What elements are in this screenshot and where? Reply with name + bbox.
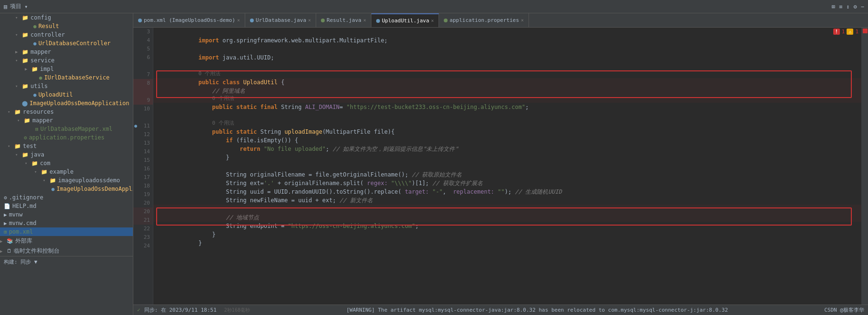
sidebar-item-label: UploadUtil [39, 91, 73, 98]
code-line-13: return "No file uploaded"; // 如果文件为空，则返回… [153, 136, 861, 145]
code-line-5: import java.util.UUID; [153, 45, 861, 53]
line-numbers: 3 4 5 6 7 8 9 10 ●11 12 13 14 15 16 [133, 28, 153, 305]
sidebar-item-imageuploadossdemo-test[interactable]: ▾ 📁 imageuploadossdemo [0, 176, 133, 185]
folder-icon: 📁 [24, 118, 30, 124]
sidebar-item-mvnwcmd[interactable]: ▶ mvnw.cmd [0, 219, 133, 227]
sidebar-item-pomxml[interactable]: ⊞ pom.xml [0, 227, 133, 236]
sidebar-item-label: utils [30, 83, 48, 89]
java-file-dot [250, 19, 254, 22]
tab-pom[interactable]: pom.xml (ImageUploadOss-demo) × [133, 13, 245, 27]
code-line-12: if (file.isEmpty()) { [153, 128, 861, 136]
tab-uploadutil[interactable]: UploadUtil.java × [371, 13, 439, 27]
chevron-down-icon: ▾ [34, 169, 41, 174]
line-num-15-blank: 15 [133, 156, 153, 165]
settings-icon[interactable]: ⚙ [854, 3, 857, 10]
code-line-24 [153, 239, 861, 247]
code-line-4 [153, 36, 861, 45]
tab-close-button[interactable]: × [363, 18, 366, 23]
top-bar: ▤ 项目 ▾ ⊞ ≡ ↕ ⚙ − [0, 0, 868, 13]
sidebar-item-urldatabasemapper-xml[interactable]: ⊞ UrlDatabaseMapper.xml [0, 125, 133, 133]
sidebar-item-mapper[interactable]: ▶ 📁 mapper [0, 48, 133, 56]
chevron-down-icon: ▾ [17, 118, 24, 123]
line-num-12: 12 [133, 130, 153, 139]
sidebar-item-resources[interactable]: ▾ 📁 resources [0, 108, 133, 116]
sidebar-item-iurldatabaseservice[interactable]: ● IUrlDatabaseService [0, 73, 133, 82]
sidebar-item-config[interactable]: ▾ 📁 config [0, 13, 133, 22]
sidebar-item-app-props[interactable]: ⚙ application.properties [0, 133, 133, 142]
sidebar-item-mapper-res[interactable]: ▾ 📁 mapper [0, 116, 133, 125]
chevron-down-icon: ▾ [25, 161, 31, 166]
file-icon: ⚙ [4, 195, 7, 201]
editor-content[interactable]: import org.springframework.web.multipart… [153, 28, 861, 305]
sidebar-item-urldatabasecontroller[interactable]: ● UrlDatabaseController [0, 39, 133, 48]
sidebar-item-uploadutil[interactable]: ● UploadUtil [0, 90, 133, 99]
folder-icon: 📁 [22, 15, 29, 21]
sidebar-item-label: java [30, 151, 44, 158]
chevron-right-icon: ▶ [0, 249, 7, 254]
sort-icon[interactable]: ↕ [846, 3, 849, 10]
sidebar-item-service[interactable]: ▾ 📁 service [0, 56, 133, 65]
meta-usage-2: 0 个用法 [153, 87, 861, 94]
meta-usage-3: 0 个用法 [153, 111, 861, 119]
folder-icon: 📁 [41, 169, 48, 175]
csdn-label: CSDN @极客李华 [824, 306, 864, 314]
folder-icon: 📁 [14, 109, 21, 115]
tab-close-button[interactable]: × [237, 18, 240, 23]
line-num-23: 23 [133, 233, 153, 242]
sidebar-item-label: test [23, 143, 37, 149]
sidebar-item-label: ImageUploadOssDemoApplication [30, 100, 130, 107]
line-num-meta2 [133, 113, 153, 122]
project-chevron[interactable]: ▾ [24, 3, 28, 10]
line-num-7: 7 [133, 70, 153, 79]
tab-label: pom.xml (ImageUploadOss-demo) [144, 17, 235, 23]
sidebar-item-java-test[interactable]: ▾ 📁 java [0, 150, 133, 159]
tab-close-button[interactable]: × [521, 18, 524, 23]
sidebar-item-label: UrlDatabaseMapper.xml [40, 126, 113, 132]
line-num-8-comment: 8 [133, 79, 153, 88]
list-icon[interactable]: ≡ [839, 3, 842, 10]
line-num-19: 19 [133, 190, 153, 199]
tab-close-button[interactable]: × [431, 18, 434, 23]
sidebar-item-scratch[interactable]: ▶ 🗒 临时文件和控制台 [0, 246, 133, 256]
top-bar-icons: ⊞ ≡ ↕ ⚙ − [832, 3, 864, 10]
error-icon: ! [833, 29, 840, 35]
sidebar-item-utils[interactable]: ▾ 📁 utils [0, 82, 133, 90]
code-line-22: } [153, 222, 861, 230]
sync-label: 同步: 在 2023/9/11 18:51 [144, 306, 217, 314]
build-sync-label[interactable]: 构建: 同步 ▼ [4, 259, 38, 265]
sidebar: ▾ 📁 config ● Result ▾ 📁 controller ● Url… [0, 13, 133, 315]
sidebar-bottom: 构建: 同步 ▼ [0, 256, 133, 267]
sidebar-item-gitignore[interactable]: ⚙ .gitignore [0, 193, 133, 202]
code-line-14: } [153, 145, 861, 153]
code-line-15b: String originalFilename = file.getOrigin… [153, 162, 861, 170]
sidebar-item-mvnw[interactable]: ▶ mvnw [0, 210, 133, 219]
sidebar-item-impl[interactable]: ▶ 📁 impl [0, 65, 133, 73]
line-num-13: 13 [133, 139, 153, 148]
sidebar-item-label: application.properties [29, 134, 105, 141]
sidebar-item-label: 外部库 [15, 237, 32, 245]
folder-icon: 📚 [7, 238, 13, 244]
project-label[interactable]: 项目 [10, 2, 21, 10]
tab-result[interactable]: Result.java × [316, 13, 371, 27]
tab-urldatabase[interactable]: UrlDatabase.java × [245, 13, 316, 27]
sidebar-item-com-test[interactable]: ▾ 📁 com [0, 159, 133, 167]
sidebar-item-helpmd[interactable]: 📄 HELP.md [0, 202, 133, 210]
sidebar-item-test-class[interactable]: ● ImageUploadOssDemoApplicationTests [0, 185, 133, 193]
sync-check-icon: ✓ [137, 307, 140, 313]
layout-icon[interactable]: ⊞ [832, 3, 835, 10]
sidebar-item-result[interactable]: ● Result [0, 22, 133, 30]
folder-icon: 📁 [31, 160, 38, 167]
sidebar-item-test[interactable]: ▾ 📁 test [0, 142, 133, 150]
sidebar-item-external-lib[interactable]: ▶ 📚 外部库 [0, 236, 133, 246]
chevron-down-icon: ▾ [15, 152, 22, 157]
sidebar-item-label: HELP.md [12, 203, 37, 209]
sidebar-item-app[interactable]: ⬤ ImageUploadOssDemoApplication [0, 99, 133, 108]
sidebar-item-example-test[interactable]: ▾ 📁 example [0, 167, 133, 176]
chevron-down-icon: ▾ [8, 144, 14, 148]
tab-close-button[interactable]: × [308, 18, 311, 23]
line-num-14: 14 [133, 148, 153, 156]
tab-appprops[interactable]: application.properties × [439, 13, 529, 27]
chevron-down-icon: ▾ [15, 58, 22, 63]
sidebar-item-controller[interactable]: ▾ 📁 controller [0, 30, 133, 39]
minimize-icon[interactable]: − [861, 3, 864, 10]
